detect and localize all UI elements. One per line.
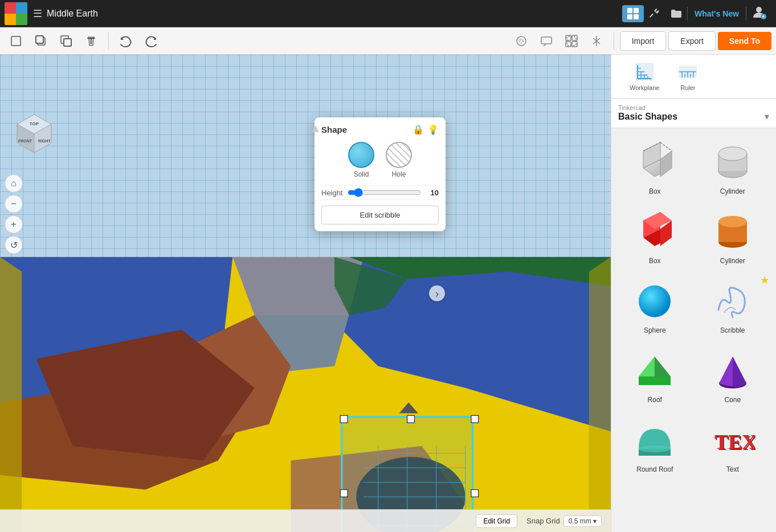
ruler-tool[interactable]: Ruler (668, 59, 707, 93)
zoom-in-button[interactable]: + (5, 215, 23, 234)
mirror-icon[interactable] (585, 31, 608, 51)
undo-button[interactable] (115, 31, 137, 51)
send-to-button[interactable]: Send To (718, 32, 771, 50)
main-area: ↻ TOP FRONT RIGHT ⌂ − + ↺ (0, 55, 776, 532)
sidebar-tools: Workplane Ruler (611, 55, 776, 99)
snap-grid-label: Snap Grid (526, 517, 560, 525)
shape-cone-label: Cone (724, 396, 741, 404)
paste-button[interactable] (55, 31, 77, 51)
grid-view-button[interactable] (622, 5, 644, 22)
category-select[interactable]: Basic Shapes ▾ (618, 111, 769, 122)
panel-collapse-arrow[interactable]: ▲ (310, 122, 321, 135)
shape-box-solid[interactable]: Box (618, 204, 692, 269)
sidebar-toggle-button[interactable]: › (429, 285, 445, 301)
new-shape-button[interactable] (5, 31, 27, 51)
shape-cylinder-wire[interactable]: Cylinder (696, 135, 770, 200)
shape-scribble-label: Scribble (720, 326, 745, 334)
shape-cylinder-wire-label: Cylinder (720, 187, 745, 195)
view-cube[interactable]: TOP FRONT RIGHT (11, 112, 57, 157)
user-button[interactable] (746, 2, 771, 26)
svg-text:TOP: TOP (30, 121, 39, 126)
group-icon[interactable] (560, 31, 583, 51)
shape-box-wire-label: Box (649, 187, 661, 195)
svg-rect-51 (471, 490, 479, 497)
left-tools: ⌂ − + ↺ (5, 174, 23, 254)
svg-rect-49 (471, 415, 479, 423)
svg-text:RIGHT: RIGHT (38, 139, 51, 143)
svg-rect-16 (541, 37, 552, 44)
import-button[interactable]: Import (620, 31, 667, 51)
whats-new-button[interactable]: What's New (687, 7, 746, 21)
folder-button[interactable] (665, 5, 687, 22)
edit-scribble-button[interactable]: Edit scribble (321, 206, 439, 224)
shape-round-roof[interactable]: Round Roof (618, 413, 692, 478)
svg-point-4 (756, 7, 762, 13)
svg-marker-57 (0, 257, 22, 532)
redo-button[interactable] (140, 31, 162, 51)
reset-view-button[interactable]: ↺ (5, 236, 23, 254)
height-slider[interactable] (348, 188, 421, 197)
svg-point-14 (520, 39, 523, 43)
svg-point-102 (639, 285, 671, 317)
category-source: Tinkercad (618, 104, 769, 111)
3d-scene: ↻ (0, 55, 611, 532)
svg-rect-0 (627, 8, 632, 13)
shape-roof[interactable]: Roof (618, 343, 692, 408)
shape-category[interactable]: Tinkercad Basic Shapes ▾ (611, 99, 776, 128)
category-name: Basic Shapes (618, 112, 677, 122)
category-dropdown-arrow[interactable]: ▾ (765, 111, 769, 122)
snap-grid-control: Snap Grid 0.5 mm ▾ (526, 515, 602, 527)
svg-rect-6 (11, 36, 21, 46)
shape-box-solid-label: Box (649, 257, 661, 265)
svg-marker-85 (660, 151, 672, 177)
shape-scribble[interactable]: Scribble (696, 274, 770, 339)
shape-box-wire[interactable]: Box (618, 135, 692, 200)
svg-rect-47 (340, 415, 348, 423)
svg-text:TEXT: TEXT (716, 432, 755, 455)
workplane-tool[interactable]: Workplane (620, 59, 668, 93)
light-icon[interactable]: 💡 (427, 124, 439, 135)
svg-marker-106 (639, 377, 671, 385)
shape-panel-icons: 🔒 💡 (412, 124, 439, 135)
snap-value[interactable]: 0.5 mm ▾ (563, 515, 602, 527)
svg-rect-75 (636, 77, 652, 80)
project-title: Middle Earth (47, 9, 98, 19)
toolbar: Import Export Send To (0, 27, 776, 55)
lock-icon[interactable]: 🔒 (412, 124, 424, 135)
edit-grid-button[interactable]: Edit Grid (476, 514, 517, 528)
solid-toggle[interactable]: Solid (348, 142, 374, 178)
copy-button[interactable] (30, 31, 52, 51)
height-row: Height 10 (321, 185, 439, 200)
hole-toggle[interactable]: Hole (386, 142, 412, 178)
shape-cylinder-solid-label: Cylinder (720, 257, 745, 265)
home-view-button[interactable]: ⌂ (5, 174, 23, 193)
shape-text-label: Text (726, 465, 739, 473)
svg-rect-13 (87, 38, 95, 39)
svg-point-15 (517, 36, 526, 46)
shape-grid: Box Cylinder (611, 128, 776, 485)
shape-cylinder-solid[interactable]: Cylinder (696, 204, 770, 269)
shape-sphere-label: Sphere (644, 326, 666, 334)
svg-point-101 (718, 216, 747, 227)
workplane-label: Workplane (630, 84, 659, 91)
menu-icon[interactable]: ☰ (33, 7, 42, 20)
right-sidebar: Workplane Ruler Tinkercad Basic Shapes (611, 55, 776, 532)
export-button[interactable]: Export (668, 31, 715, 51)
top-nav: ☰ Middle Earth What's New (0, 0, 776, 27)
svg-rect-3 (634, 14, 639, 19)
zoom-out-button[interactable]: − (5, 195, 23, 213)
tools-button[interactable] (644, 5, 665, 22)
comment-icon[interactable] (535, 31, 558, 51)
shape-sphere[interactable]: Sphere (618, 274, 692, 339)
shape-text[interactable]: TEXT TEXT Text (696, 413, 770, 478)
align-icon[interactable] (510, 31, 533, 51)
height-label: Height (321, 189, 343, 197)
shape-roof-label: Roof (648, 396, 662, 404)
hole-label: Hole (392, 170, 406, 178)
canvas[interactable]: ↻ TOP FRONT RIGHT ⌂ − + ↺ (0, 55, 611, 532)
svg-point-109 (639, 445, 671, 452)
shape-cone[interactable]: Cone (696, 343, 770, 408)
toolbar-right: Import Export Send To (510, 31, 771, 51)
svg-line-87 (660, 142, 672, 151)
delete-button[interactable] (80, 31, 103, 51)
